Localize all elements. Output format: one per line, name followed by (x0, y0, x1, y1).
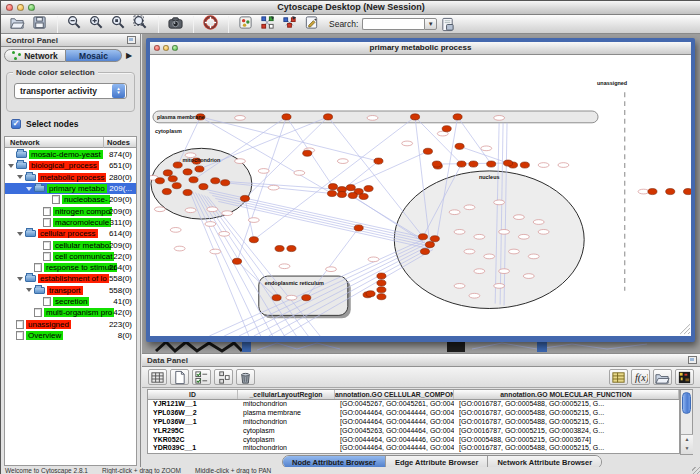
import-attributes-icon[interactable] (437, 16, 457, 32)
network-edge[interactable] (328, 117, 423, 237)
network-node[interactable] (199, 184, 208, 190)
network-node[interactable] (172, 183, 181, 189)
tab-network[interactable]: Network (4, 49, 66, 62)
zoom-out-icon[interactable] (64, 14, 84, 30)
network-node[interactable] (354, 225, 363, 231)
network-node[interactable] (221, 180, 230, 186)
network-edge[interactable] (343, 151, 428, 189)
tree-row[interactable]: establishment of lo558(0) (5, 273, 136, 284)
delete-icon[interactable] (236, 369, 255, 385)
tree-row[interactable]: cellular process614(0) (5, 228, 136, 239)
canvas-resize-grip[interactable] (688, 332, 690, 334)
network-edge[interactable] (207, 196, 320, 336)
network-node[interactable] (366, 291, 375, 297)
network-node[interactable] (337, 191, 346, 197)
network-view-titlebar[interactable]: primary metabolic process (150, 42, 691, 55)
search-dropdown-button[interactable]: ▼ (424, 18, 437, 30)
expand-arrow-icon[interactable] (17, 232, 23, 236)
network-edge[interactable] (195, 193, 272, 336)
network-node[interactable] (240, 195, 249, 201)
table-row[interactable]: YPL036W__2plasma membrane[GO:0044464, GO… (148, 409, 679, 418)
network-node[interactable] (487, 161, 496, 167)
network-node[interactable] (683, 189, 691, 195)
table-icon[interactable] (148, 369, 167, 385)
network-node[interactable] (195, 166, 204, 172)
vizmapper-icon[interactable] (235, 14, 255, 30)
network-node[interactable] (374, 158, 383, 164)
network-node[interactable] (520, 162, 529, 168)
network-edge[interactable] (215, 198, 427, 245)
annotation-icon[interactable] (301, 14, 321, 30)
tree-row[interactable]: unassigned223(0) (5, 318, 136, 329)
network-node[interactable] (232, 258, 241, 264)
network-node[interactable] (249, 237, 258, 243)
import-table-icon[interactable] (609, 369, 628, 385)
network-node[interactable] (346, 185, 355, 191)
zoom-selected-icon[interactable] (108, 14, 128, 30)
table-row[interactable]: YKR052Ccytoplasm[GO:0044464, GO:0044446,… (148, 436, 679, 445)
network-node[interactable] (303, 150, 312, 156)
network-node[interactable] (163, 170, 172, 176)
network-node[interactable] (432, 161, 441, 167)
tree-row[interactable]: transport558(0) (5, 285, 136, 296)
tree-row[interactable]: nucleobase-209(0) (5, 194, 136, 205)
tree-row[interactable]: macromolecule311(0) (5, 217, 136, 228)
table-row[interactable]: YDR039C__1mitochondrion[GO:0044464, GO:0… (148, 444, 679, 453)
network-edge[interactable] (458, 117, 492, 164)
expand-arrow-icon[interactable] (8, 164, 14, 168)
network-node[interactable] (302, 295, 311, 301)
scrollbar-thumb[interactable] (682, 392, 691, 414)
network-node[interactable] (425, 242, 434, 248)
network-edge[interactable] (212, 196, 425, 243)
expand-arrow-icon[interactable] (26, 288, 32, 292)
tree-row[interactable]: response to stimulu264(0) (5, 262, 136, 273)
tree-row[interactable]: cell communicat22(0) (5, 251, 136, 262)
network-node[interactable] (287, 246, 296, 252)
network-node[interactable] (348, 192, 357, 198)
table-column-header[interactable]: annotation.GO MOLECULAR_FUNCTION (454, 390, 679, 399)
network-node[interactable] (430, 236, 439, 242)
network-canvas[interactable]: plasma membranecytoplasmmitochondrionnuc… (150, 55, 691, 336)
network-edge[interactable] (224, 242, 425, 336)
network-node[interactable] (162, 189, 171, 195)
expand-arrow-icon[interactable] (17, 175, 23, 179)
network-node[interactable] (648, 189, 657, 195)
save-session-icon[interactable] (29, 14, 49, 30)
table-column-header[interactable]: _cellularLayoutRegion (238, 390, 335, 399)
merge-network-icon[interactable] (279, 14, 299, 30)
expand-arrow-icon[interactable] (26, 187, 32, 191)
tab-overflow-arrow[interactable]: ▶ (126, 51, 132, 60)
tree-row[interactable]: primary metabo209(... (5, 183, 136, 194)
network-node[interactable] (503, 160, 512, 166)
edit-network-icon[interactable] (257, 14, 277, 30)
attribute-layout-icon[interactable] (214, 369, 233, 385)
network-node[interactable] (183, 190, 192, 196)
network-node[interactable] (189, 177, 198, 183)
snapshot-icon[interactable] (165, 14, 185, 30)
network-edge[interactable] (415, 117, 461, 164)
network-node[interactable] (442, 126, 451, 132)
tab-mosaic[interactable]: Mosaic (66, 49, 122, 62)
tree-row[interactable]: nitrogen compo209(0) (5, 205, 136, 216)
network-node[interactable] (364, 186, 373, 192)
network-node[interactable] (282, 114, 291, 120)
network-node[interactable] (272, 295, 281, 301)
float-panel-icon[interactable] (127, 36, 136, 44)
tree-row[interactable]: metabolic process280(0) (5, 172, 136, 183)
select-attributes-icon[interactable] (192, 369, 211, 385)
network-edge[interactable] (198, 194, 284, 336)
table-row[interactable]: YPL036W__1mitochondrion[GO:0044464, GO:0… (148, 418, 679, 427)
network-node[interactable] (453, 114, 462, 120)
open-attributes-icon[interactable] (653, 369, 672, 385)
network-node[interactable] (411, 114, 420, 120)
tree-row[interactable]: biological_process651(0) (5, 160, 136, 171)
network-node[interactable] (327, 190, 336, 196)
network-node[interactable] (183, 169, 192, 175)
resize-grip[interactable] (692, 467, 700, 474)
network-node[interactable] (328, 184, 337, 190)
tree-row[interactable]: secretion41(0) (5, 296, 136, 307)
network-node[interactable] (323, 114, 332, 120)
new-document-icon[interactable] (170, 369, 189, 385)
network-node[interactable] (173, 162, 182, 168)
network-node[interactable] (423, 148, 432, 154)
